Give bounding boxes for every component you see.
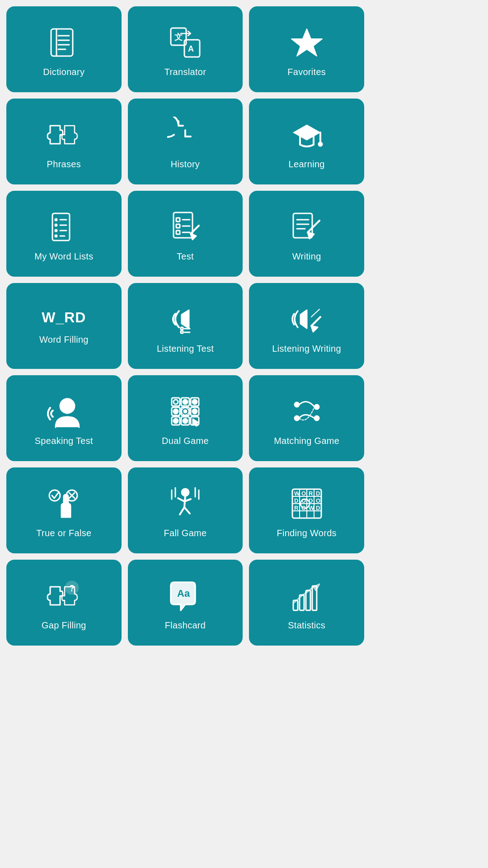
svg-rect-0 <box>51 29 73 56</box>
card-fall-game[interactable]: Fall Game <box>128 467 243 553</box>
svg-line-41 <box>308 221 319 232</box>
listening-test-label: Listening Test <box>157 344 214 354</box>
svg-rect-31 <box>176 224 180 228</box>
true-or-false-label: True or False <box>36 528 91 538</box>
dual-game-icon <box>167 393 203 429</box>
svg-point-67 <box>174 419 178 423</box>
svg-text:A: A <box>188 44 194 53</box>
card-phrases[interactable]: Phrases <box>6 99 122 184</box>
word-filling-icon: W_RD <box>42 310 86 328</box>
svg-marker-48 <box>300 310 307 328</box>
card-speaking-test[interactable]: Speaking Test <box>6 375 122 461</box>
history-icon <box>167 117 203 153</box>
svg-marker-117 <box>314 584 319 590</box>
card-translator[interactable]: 文 A Translator <box>128 6 243 92</box>
svg-marker-36 <box>191 234 196 240</box>
matching-game-label: Matching Game <box>274 436 339 446</box>
svg-text:R: R <box>309 490 313 497</box>
svg-text:D: D <box>316 490 320 497</box>
svg-point-60 <box>174 409 178 414</box>
card-dictionary[interactable]: Dictionary <box>6 6 122 92</box>
svg-point-14 <box>319 142 322 146</box>
svg-text:Aa: Aa <box>177 588 190 599</box>
translator-label: Translator <box>164 67 206 77</box>
fall-game-label: Fall Game <box>164 528 207 538</box>
card-writing[interactable]: Writing <box>249 191 364 277</box>
svg-text:R: R <box>294 505 299 511</box>
card-learning[interactable]: Learning <box>249 99 364 184</box>
card-matching-game[interactable]: Matching Game <box>249 375 364 461</box>
svg-line-51 <box>311 309 319 317</box>
listening-writing-icon <box>289 301 325 337</box>
svg-point-27 <box>55 235 57 237</box>
svg-marker-10 <box>291 29 322 56</box>
learning-label: Learning <box>289 159 325 170</box>
svg-point-69 <box>183 419 188 423</box>
svg-point-25 <box>55 224 57 226</box>
svg-rect-29 <box>176 218 180 222</box>
svg-point-54 <box>174 400 178 404</box>
svg-line-85 <box>184 507 190 514</box>
svg-point-52 <box>60 399 75 413</box>
card-my-word-lists[interactable]: My Word Lists <box>6 191 122 277</box>
test-icon <box>167 209 203 245</box>
svg-text:O: O <box>316 497 320 504</box>
svg-line-82 <box>178 498 184 501</box>
svg-rect-115 <box>306 590 310 610</box>
svg-rect-46 <box>181 331 183 333</box>
svg-point-76 <box>49 490 60 501</box>
card-true-or-false[interactable]: True or False <box>6 467 122 553</box>
svg-point-56 <box>183 400 188 404</box>
svg-point-26 <box>55 230 57 231</box>
writing-icon <box>289 209 325 245</box>
matching-game-icon <box>289 393 325 429</box>
my-word-lists-icon <box>46 209 82 245</box>
svg-marker-50 <box>311 326 318 332</box>
history-label: History <box>171 159 200 170</box>
card-history[interactable]: History <box>128 99 243 184</box>
card-favorites[interactable]: Favorites <box>249 6 364 92</box>
svg-marker-43 <box>182 310 189 328</box>
writing-label: Writing <box>292 251 321 262</box>
true-or-false-icon <box>46 486 82 522</box>
card-gap-filling[interactable]: ? Gap Filling <box>6 560 122 646</box>
svg-text:D: D <box>294 497 298 504</box>
svg-rect-33 <box>176 231 180 234</box>
svg-text:?: ? <box>69 583 75 593</box>
card-listening-writing[interactable]: Listening Writing <box>249 283 364 369</box>
favorites-icon <box>289 24 325 61</box>
gap-filling-label: Gap Filling <box>42 620 86 631</box>
svg-point-24 <box>55 219 57 221</box>
svg-point-58 <box>192 400 197 404</box>
dictionary-icon <box>46 24 82 61</box>
test-label: Test <box>177 251 194 262</box>
fall-game-icon <box>167 486 203 522</box>
finding-words-label: Finding Words <box>277 528 336 538</box>
finding-words-icon: W O R D D O D O R O W D <box>289 486 325 522</box>
card-test[interactable]: Test <box>128 191 243 277</box>
svg-text:O: O <box>301 490 306 497</box>
speaking-icon <box>46 393 82 429</box>
svg-line-49 <box>311 317 320 326</box>
svg-marker-42 <box>308 232 314 239</box>
card-dual-game[interactable]: Dual Game <box>128 375 243 461</box>
dictionary-label: Dictionary <box>43 67 84 77</box>
word-filling-label: Word Filling <box>39 335 89 345</box>
phrases-icon <box>46 117 82 153</box>
statistics-label: Statistics <box>288 620 325 631</box>
gap-filling-icon: ? <box>46 578 82 614</box>
app-grid: Dictionary 文 A Translator Favorites <box>0 0 371 652</box>
card-flashcard[interactable]: Aa Flashcard <box>128 560 243 646</box>
svg-text:D: D <box>316 505 320 511</box>
listening-writing-label: Listening Writing <box>272 344 341 354</box>
learning-icon <box>289 117 325 153</box>
card-statistics[interactable]: Statistics <box>249 560 364 646</box>
card-word-filling[interactable]: W_RD Word Filling <box>6 283 122 369</box>
dual-game-label: Dual Game <box>162 436 209 446</box>
listening-test-icon <box>167 301 203 337</box>
card-listening-test[interactable]: Listening Test <box>128 283 243 369</box>
card-finding-words[interactable]: W O R D D O D O R O W D Finding Words <box>249 467 364 553</box>
my-word-lists-label: My Word Lists <box>34 251 93 262</box>
flashcard-icon: Aa <box>167 578 203 614</box>
flashcard-label: Flashcard <box>165 620 206 631</box>
